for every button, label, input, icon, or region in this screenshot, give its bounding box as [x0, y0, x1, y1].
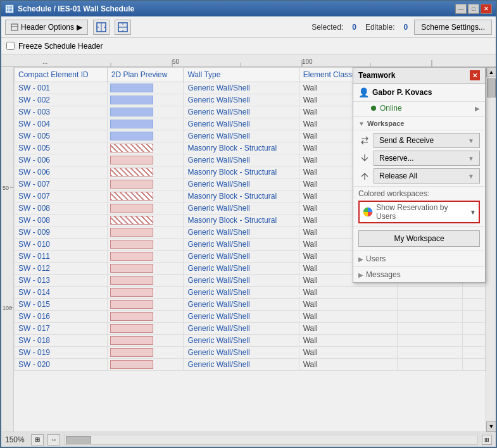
cell-wall-type[interactable]: Generic Wall/Shell — [184, 347, 299, 359]
send-receive-button[interactable]: Send & Receive ▼ — [374, 133, 480, 148]
preview-box — [110, 192, 153, 201]
preview-box — [110, 168, 153, 177]
minimize-button[interactable]: — — [455, 4, 467, 14]
cell-id[interactable]: SW - 003 — [15, 106, 108, 118]
cell-wall-type[interactable]: Generic Wall/Shell — [184, 263, 299, 275]
cell-preview — [107, 142, 184, 154]
cell-wall-type[interactable]: Generic Wall/Shell — [184, 359, 299, 371]
scrollbar-resize-button[interactable]: ⊞ — [482, 435, 492, 445]
cell-wall-type[interactable]: Generic Wall/Shell — [184, 311, 299, 323]
cell-wall-type[interactable]: Generic Wall/Shell — [184, 323, 299, 335]
users-expand-icon: ▶ — [358, 256, 363, 263]
cell-id[interactable]: SW - 007 — [15, 190, 108, 202]
cell-id[interactable]: SW - 009 — [15, 227, 108, 239]
cell-wall-type[interactable]: Generic Wall/Shell — [184, 154, 299, 166]
maximize-button[interactable]: □ — [468, 4, 479, 14]
col-header-2d-preview[interactable]: 2D Plan Preview — [107, 68, 184, 82]
cell-wall-type[interactable]: Generic Wall/Shell — [184, 287, 299, 299]
cell-id[interactable]: SW - 001 — [15, 82, 108, 94]
scheme-settings-button[interactable]: Scheme Settings... — [414, 20, 492, 35]
cell-id[interactable]: SW - 017 — [15, 323, 108, 335]
fit-columns-button[interactable] — [93, 20, 110, 35]
cell-extra — [463, 347, 486, 359]
cell-preview — [107, 178, 184, 190]
header-options-button[interactable]: Header Options ▶ — [5, 20, 88, 35]
cell-id[interactable]: SW - 008 — [15, 202, 108, 215]
cell-preview — [107, 82, 184, 94]
fit-page-button[interactable]: ⊞ — [31, 434, 44, 445]
horizontal-scrollbar[interactable] — [64, 435, 478, 445]
cell-id[interactable]: SW - 008 — [15, 215, 108, 227]
cell-element-class: Wall — [299, 347, 397, 359]
release-all-button[interactable]: Release All ▼ — [374, 168, 480, 184]
preview-box — [110, 156, 153, 165]
cell-id[interactable]: SW - 014 — [15, 287, 108, 299]
cell-id[interactable]: SW - 004 — [15, 118, 108, 130]
cell-extra — [463, 311, 486, 323]
cell-wall-type[interactable]: Generic Wall/Shell — [184, 275, 299, 287]
col-header-wall-type[interactable]: Wall Type — [184, 68, 299, 82]
cell-id[interactable]: SW - 019 — [15, 347, 108, 359]
cell-preview — [107, 299, 184, 311]
scroll-thumb-h[interactable] — [66, 436, 91, 444]
show-reservation-dropdown[interactable]: Show Reservation by Users ▼ — [358, 201, 480, 223]
cell-wall-type[interactable]: Generic Wall/Shell — [184, 178, 299, 190]
cell-id[interactable]: SW - 013 — [15, 275, 108, 287]
teamwork-close-button[interactable]: ✕ — [470, 70, 480, 80]
cell-id[interactable]: SW - 006 — [15, 154, 108, 166]
scroll-down-button[interactable]: ▼ — [486, 421, 496, 432]
cell-id[interactable]: SW - 005 — [15, 142, 108, 154]
main-content: 50 100 Compact Element ID 2D Plan Previe… — [1, 67, 496, 432]
cell-wall-type[interactable]: Generic Wall/Shell — [184, 202, 299, 215]
cell-wall-type[interactable]: Generic Wall/Shell — [184, 130, 299, 142]
cell-preview — [107, 263, 184, 275]
cell-id[interactable]: SW - 011 — [15, 251, 108, 263]
cell-id[interactable]: SW - 016 — [15, 311, 108, 323]
cell-element-class: Wall — [299, 299, 397, 311]
reserve-button[interactable]: Reserve... ▼ — [374, 151, 480, 166]
cell-wall-type[interactable]: Generic Wall/Shell — [184, 82, 299, 94]
cell-wall-type[interactable]: Masonry Block - Structural — [184, 166, 299, 178]
vertical-scrollbar[interactable]: ▲ ▼ — [486, 67, 496, 432]
cell-wall-type[interactable]: Generic Wall/Shell — [184, 227, 299, 239]
preview-box — [110, 84, 153, 92]
cell-wall-type[interactable]: Generic Wall/Shell — [184, 106, 299, 118]
fit-rows-button[interactable] — [115, 20, 131, 35]
header-options-label: Header Options — [21, 23, 74, 32]
messages-collapsible[interactable]: ▶ Messages — [353, 266, 485, 282]
users-collapsible[interactable]: ▶ Users — [353, 251, 485, 266]
svg-rect-3 — [11, 24, 18, 30]
cell-wall-type[interactable]: Generic Wall/Shell — [184, 251, 299, 263]
cell-wall-type[interactable]: Generic Wall/Shell — [184, 118, 299, 130]
scroll-up-button[interactable]: ▲ — [486, 67, 496, 77]
cell-wall-type[interactable]: Generic Wall/Shell — [184, 239, 299, 251]
toolbar-right: Selected: 0 Editable: 0 Scheme Settings.… — [311, 20, 492, 35]
cell-id[interactable]: SW - 012 — [15, 263, 108, 275]
title-bar-controls: — □ ✕ — [455, 4, 492, 14]
cell-wall-type[interactable]: Masonry Block - Structural — [184, 190, 299, 202]
cell-wall-type[interactable]: Generic Wall/Shell — [184, 299, 299, 311]
online-expand[interactable]: ▶ — [475, 105, 480, 112]
close-button[interactable]: ✕ — [481, 4, 492, 14]
cell-id[interactable]: SW - 005 — [15, 130, 108, 142]
scroll-thumb-v[interactable] — [487, 78, 496, 97]
cell-wall-type[interactable]: Masonry Block - Structural — [184, 215, 299, 227]
cell-wall-type[interactable]: Generic Wall/Shell — [184, 335, 299, 347]
my-workspace-button[interactable]: My Workspace — [358, 230, 480, 247]
cell-id[interactable]: SW - 015 — [15, 299, 108, 311]
cell-id[interactable]: SW - 002 — [15, 94, 108, 106]
col-header-compact-id[interactable]: Compact Element ID — [15, 68, 108, 82]
scroll-track-v[interactable] — [486, 77, 496, 421]
zoom-arrows-button[interactable]: ↔ — [47, 434, 60, 445]
freeze-header-checkbox[interactable] — [6, 42, 15, 50]
cell-id[interactable]: SW - 020 — [15, 359, 108, 371]
app-icon — [5, 4, 14, 13]
user-icon: 👤 — [358, 87, 368, 97]
cell-id[interactable]: SW - 010 — [15, 239, 108, 251]
cell-id[interactable]: SW - 007 — [15, 178, 108, 190]
cell-wall-type[interactable]: Generic Wall/Shell — [184, 94, 299, 106]
cell-id[interactable]: SW - 018 — [15, 335, 108, 347]
cell-wall-type[interactable]: Masonry Block - Structural — [184, 142, 299, 154]
cell-id[interactable]: SW - 006 — [15, 166, 108, 178]
ruler: ... 50 100 — [1, 54, 496, 67]
